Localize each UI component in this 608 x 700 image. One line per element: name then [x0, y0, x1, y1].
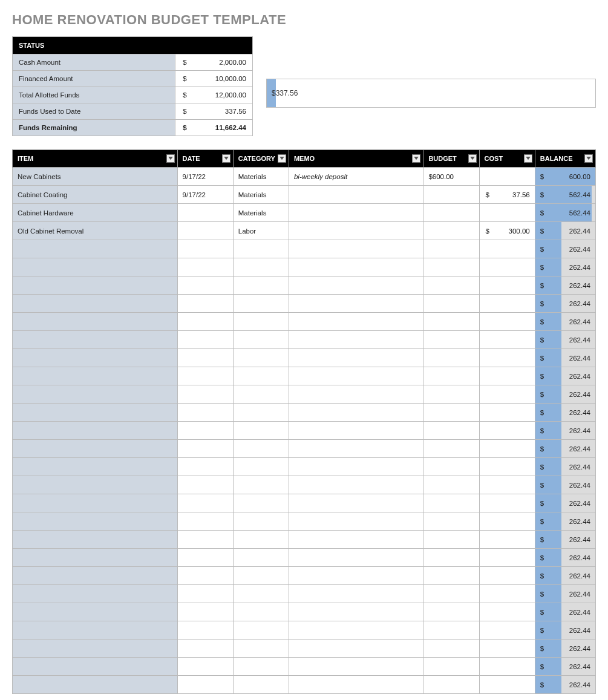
- cell-date[interactable]: [177, 422, 233, 440]
- cell-memo[interactable]: [289, 531, 423, 549]
- cell-item[interactable]: New Cabinets: [13, 168, 178, 186]
- cell-balance[interactable]: $262.44: [535, 512, 595, 531]
- cell-item[interactable]: [13, 603, 178, 621]
- cell-category[interactable]: [233, 331, 289, 349]
- cell-memo[interactable]: [289, 549, 423, 567]
- cell-item[interactable]: [13, 476, 178, 494]
- cell-memo[interactable]: [289, 367, 423, 385]
- cell-cost[interactable]: [479, 422, 535, 440]
- status-value[interactable]: $11,662.44: [175, 120, 253, 136]
- cell-item[interactable]: [13, 531, 178, 549]
- cell-cost[interactable]: [479, 585, 535, 603]
- cell-category[interactable]: [233, 440, 289, 458]
- cell-date[interactable]: [177, 295, 233, 313]
- cell-category[interactable]: [233, 295, 289, 313]
- cell-date[interactable]: [177, 404, 233, 422]
- cell-balance[interactable]: $262.44: [535, 494, 595, 512]
- cell-date[interactable]: [177, 204, 233, 222]
- cell-item[interactable]: [13, 676, 178, 694]
- cell-budget[interactable]: [423, 603, 479, 621]
- cell-budget[interactable]: [423, 585, 479, 603]
- cell-category[interactable]: [233, 531, 289, 549]
- cell-budget[interactable]: [423, 639, 479, 658]
- cell-balance[interactable]: $262.44: [535, 549, 595, 567]
- cell-category[interactable]: Labor: [233, 222, 289, 240]
- cell-date[interactable]: 9/17/22: [177, 168, 233, 186]
- cell-memo[interactable]: [289, 222, 423, 240]
- cell-date[interactable]: [177, 621, 233, 639]
- status-value[interactable]: $12,000.00: [175, 87, 253, 103]
- filter-dropdown-icon[interactable]: [166, 154, 175, 163]
- cell-memo[interactable]: [289, 639, 423, 658]
- cell-cost[interactable]: [479, 385, 535, 404]
- cell-memo[interactable]: [289, 585, 423, 603]
- cell-item[interactable]: [13, 549, 178, 567]
- cell-balance[interactable]: $262.44: [535, 639, 595, 658]
- cell-budget[interactable]: [423, 658, 479, 676]
- cell-cost[interactable]: [479, 204, 535, 222]
- status-value[interactable]: $10,000.00: [175, 71, 253, 87]
- cell-date[interactable]: [177, 367, 233, 385]
- cell-date[interactable]: [177, 494, 233, 512]
- cell-category[interactable]: [233, 422, 289, 440]
- cell-date[interactable]: [177, 458, 233, 476]
- cell-budget[interactable]: [423, 512, 479, 531]
- cell-balance[interactable]: $562.44: [535, 204, 595, 222]
- cell-item[interactable]: [13, 639, 178, 658]
- cell-balance[interactable]: $262.44: [535, 476, 595, 494]
- cell-balance[interactable]: $262.44: [535, 404, 595, 422]
- cell-date[interactable]: [177, 349, 233, 367]
- cell-category[interactable]: [233, 621, 289, 639]
- cell-cost[interactable]: [479, 676, 535, 694]
- cell-item[interactable]: [13, 258, 178, 276]
- cell-category[interactable]: [233, 404, 289, 422]
- cell-category[interactable]: Materials: [233, 186, 289, 204]
- cell-item[interactable]: [13, 385, 178, 404]
- cell-category[interactable]: [233, 549, 289, 567]
- cell-category[interactable]: [233, 494, 289, 512]
- cell-item[interactable]: [13, 295, 178, 313]
- cell-memo[interactable]: [289, 331, 423, 349]
- cell-item[interactable]: [13, 422, 178, 440]
- cell-memo[interactable]: [289, 494, 423, 512]
- cell-budget[interactable]: [423, 258, 479, 276]
- cell-category[interactable]: [233, 385, 289, 404]
- cell-balance[interactable]: $262.44: [535, 385, 595, 404]
- cell-balance[interactable]: $262.44: [535, 222, 595, 240]
- cell-category[interactable]: [233, 476, 289, 494]
- cell-category[interactable]: [233, 276, 289, 295]
- cell-item[interactable]: [13, 585, 178, 603]
- filter-dropdown-icon[interactable]: [524, 154, 532, 163]
- cell-item[interactable]: [13, 367, 178, 385]
- cell-budget[interactable]: [423, 367, 479, 385]
- cell-date[interactable]: [177, 531, 233, 549]
- cell-cost[interactable]: [479, 440, 535, 458]
- cell-date[interactable]: [177, 276, 233, 295]
- cell-cost[interactable]: [479, 458, 535, 476]
- cell-memo[interactable]: [289, 313, 423, 331]
- cell-item[interactable]: [13, 349, 178, 367]
- cell-item[interactable]: [13, 440, 178, 458]
- cell-date[interactable]: [177, 240, 233, 258]
- cell-cost[interactable]: [479, 567, 535, 585]
- cell-budget[interactable]: [423, 204, 479, 222]
- cell-category[interactable]: Materials: [233, 204, 289, 222]
- cell-cost[interactable]: [479, 295, 535, 313]
- cell-balance[interactable]: $262.44: [535, 531, 595, 549]
- cell-cost[interactable]: [479, 276, 535, 295]
- status-value[interactable]: $2,000.00: [175, 54, 253, 71]
- filter-dropdown-icon[interactable]: [278, 154, 286, 163]
- cell-date[interactable]: [177, 222, 233, 240]
- filter-dropdown-icon[interactable]: [412, 154, 420, 163]
- cell-item[interactable]: [13, 658, 178, 676]
- cell-budget[interactable]: [423, 222, 479, 240]
- cell-category[interactable]: [233, 585, 289, 603]
- status-label[interactable]: Total Allotted Funds: [13, 87, 175, 103]
- cell-balance[interactable]: $262.44: [535, 440, 595, 458]
- cell-budget[interactable]: [423, 404, 479, 422]
- cell-item[interactable]: [13, 621, 178, 639]
- status-value[interactable]: $337.56: [175, 103, 253, 120]
- cell-budget[interactable]: [423, 458, 479, 476]
- cell-budget[interactable]: [423, 567, 479, 585]
- cell-balance[interactable]: $262.44: [535, 458, 595, 476]
